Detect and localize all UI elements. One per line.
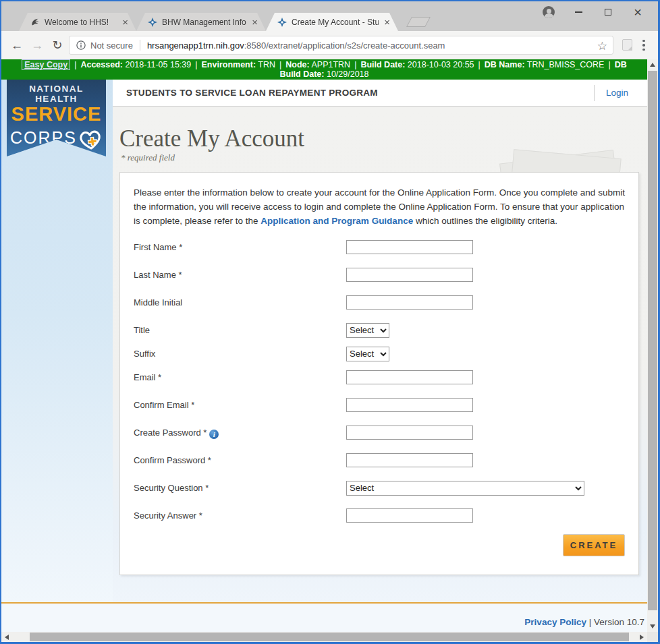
form-row-email: Email * xyxy=(134,370,625,385)
security-question-select[interactable]: Select xyxy=(346,481,584,496)
hhs-favicon-icon xyxy=(30,17,40,28)
scrollbar-corner xyxy=(647,632,658,642)
minimize-icon xyxy=(575,11,582,13)
page-body: NATIONAL HEALTH SERVICE CORPS STUDENTS T… xyxy=(1,80,647,602)
banner-label: Environment: xyxy=(202,60,256,69)
required-field-note: * required field xyxy=(121,152,175,163)
suffix-select[interactable]: Select xyxy=(346,347,389,361)
tab-close-icon[interactable]: × xyxy=(250,17,259,27)
form-row-suffix: SuffixSelect xyxy=(134,347,625,361)
middle-initial-input[interactable] xyxy=(346,295,473,310)
content-zone: Create My Account * required field Pleas… xyxy=(113,107,647,602)
form-row-confirm-password: Confirm Password * xyxy=(134,453,625,468)
window-controls: × xyxy=(534,4,653,20)
tab-title: Create My Account - Stud xyxy=(292,18,379,27)
forward-button[interactable]: → xyxy=(28,36,46,54)
banner-label: DB Name: xyxy=(485,60,525,69)
horizontal-scrollbar-thumb[interactable] xyxy=(30,633,629,641)
button-row: CREATE xyxy=(134,534,625,556)
scroll-down-icon[interactable] xyxy=(650,624,655,628)
scroll-left-icon[interactable] xyxy=(5,635,9,640)
first-name-input[interactable] xyxy=(346,240,473,254)
back-button[interactable]: ← xyxy=(8,36,26,54)
email-input[interactable] xyxy=(346,370,473,384)
title-select[interactable]: Select xyxy=(346,323,389,338)
tab-title: BHW Management Inform xyxy=(162,18,246,27)
banner-value: TRN xyxy=(258,60,275,69)
create-password-label: Create Password *i xyxy=(134,426,346,439)
browser-toolbar: ← → ↻ Not secure hrsangenapp1trn.nih.gov… xyxy=(1,31,658,59)
form-row-middle-initial: Middle Initial xyxy=(134,295,625,310)
minimize-button[interactable] xyxy=(563,4,593,20)
security-label: Not secure xyxy=(90,40,133,51)
vertical-scrollbar-thumb[interactable] xyxy=(648,71,657,610)
header-divider xyxy=(594,85,595,101)
banner-label: Build Date: xyxy=(360,60,405,69)
url-text: hrsangenapp1trn.nih.gov:8580/extranet/ap… xyxy=(147,40,445,51)
bhw-compass-icon xyxy=(277,17,287,28)
profile-icon xyxy=(543,6,555,18)
close-button[interactable]: × xyxy=(623,4,653,20)
environment-banner: Easy Copy|Accessed: 2018-11-05 15:39|Env… xyxy=(1,59,647,80)
tab-bhw-management[interactable]: BHW Management Inform × xyxy=(136,13,266,31)
browser-window: × Welcome to HHS! × BHW Management Infor… xyxy=(0,0,660,644)
scroll-right-icon[interactable] xyxy=(640,635,644,640)
form-row-create-password: Create Password *i xyxy=(134,426,625,440)
last-name-input[interactable] xyxy=(346,268,473,282)
scroll-up-icon[interactable] xyxy=(650,63,655,67)
url-host: hrsangenapp1trn.nih.gov xyxy=(147,40,244,51)
maximize-icon xyxy=(605,9,611,16)
form-row-confirm-email: Confirm Email * xyxy=(134,398,625,413)
middle-initial-label: Middle Initial xyxy=(134,295,346,308)
banner-label: Build Date: xyxy=(279,69,324,79)
logo-line3: CORPS xyxy=(7,125,106,151)
form-row-title: TitleSelect xyxy=(134,323,625,338)
heart-cross-icon xyxy=(77,127,103,152)
email-label: Email * xyxy=(134,370,346,382)
info-circle-icon[interactable] xyxy=(76,40,86,50)
password-info-icon[interactable]: i xyxy=(209,430,219,439)
easy-copy-link[interactable]: Easy Copy xyxy=(22,59,70,70)
page-title: Create My Account xyxy=(119,125,304,152)
profile-button[interactable] xyxy=(534,4,563,20)
tab-close-icon[interactable]: × xyxy=(383,17,391,27)
form-row-security-answer: Security Answer * xyxy=(134,508,625,523)
create-button[interactable]: CREATE xyxy=(563,534,625,556)
program-title: STUDENTS TO SERVICE LOAN REPAYMENT PROGR… xyxy=(126,88,378,98)
confirm-email-input[interactable] xyxy=(346,398,473,412)
banner-value: 2018-11-05 15:39 xyxy=(125,60,191,69)
security-answer-input[interactable] xyxy=(346,508,473,523)
application-guidance-link[interactable]: Application and Program Guidance xyxy=(260,216,413,226)
banner-label: Accessed: xyxy=(80,60,123,69)
tab-welcome-hhs[interactable]: Welcome to HHS! × xyxy=(19,13,136,31)
create-password-input[interactable] xyxy=(346,426,473,440)
footer: Privacy Policy | Version 10.7 xyxy=(1,604,647,632)
browser-menu-icon[interactable] xyxy=(638,37,650,53)
banner-value: APP1TRN xyxy=(311,60,350,69)
last-name-label: Last Name * xyxy=(134,268,346,280)
version-label: Version 10.7 xyxy=(594,617,644,627)
bookmark-star-icon[interactable]: ☆ xyxy=(597,39,607,53)
horizontal-scrollbar[interactable] xyxy=(1,632,647,642)
tab-create-my-account[interactable]: Create My Account - Stud × xyxy=(266,13,398,31)
banner-value: 10/29/2018 xyxy=(327,69,369,79)
banner-value: 2018-10-03 20:55 xyxy=(408,60,474,69)
logo-line1: NATIONAL HEALTH xyxy=(7,84,106,104)
maximize-button[interactable] xyxy=(593,4,623,20)
confirm-password-input[interactable] xyxy=(346,453,473,467)
nhsc-logo: NATIONAL HEALTH SERVICE CORPS xyxy=(7,80,106,156)
login-link[interactable]: Login xyxy=(606,88,628,98)
address-bar[interactable]: Not secure hrsangenapp1trn.nih.gov:8580/… xyxy=(69,36,613,55)
logo-line2: SERVICE xyxy=(7,104,106,125)
confirm-email-label: Confirm Email * xyxy=(134,398,346,410)
vertical-scrollbar[interactable] xyxy=(647,59,658,632)
form-row-last-name: Last Name * xyxy=(134,268,625,283)
extension-icon[interactable] xyxy=(622,39,632,51)
reload-button[interactable]: ↻ xyxy=(49,36,66,54)
footer-text: Privacy Policy | Version 10.7 xyxy=(524,617,644,627)
new-tab-button[interactable] xyxy=(406,17,431,27)
privacy-policy-link[interactable]: Privacy Policy xyxy=(524,617,586,627)
tab-close-icon[interactable]: × xyxy=(121,17,130,27)
banner-label: Node: xyxy=(285,60,309,69)
tab-title: Welcome to HHS! xyxy=(45,18,117,27)
